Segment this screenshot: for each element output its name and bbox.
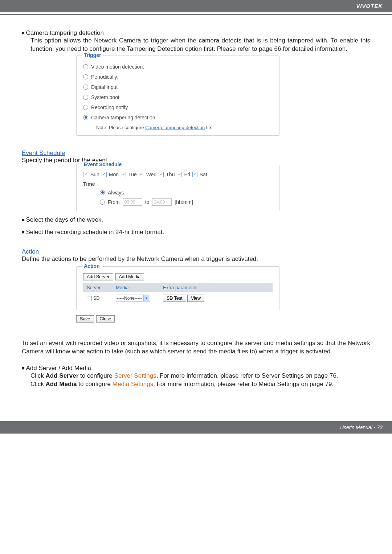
schedule-fieldset: Event Schedule ✓Sun ✓Mon ✓Tue ✓Wed ✓Thu … — [76, 165, 279, 211]
action-fieldset: Action Add Server Add Media Server Media… — [76, 266, 279, 310]
radio-icon — [100, 200, 105, 205]
media-select-value: -----None----- — [117, 296, 142, 301]
trigger-opt-label: Digital input — [91, 84, 118, 90]
close-button[interactable]: Close — [96, 315, 115, 323]
checkbox-tue[interactable]: ✓ — [121, 172, 126, 177]
to-word: to — [145, 199, 150, 205]
trigger-panel-wrap: Trigger Video motion detection: Periodic… — [76, 56, 279, 136]
schedule-heading: Event Schedule — [22, 149, 370, 157]
action-panel-wrap: Action Add Server Add Media Server Media… — [76, 266, 279, 310]
day-label: Sat — [200, 172, 207, 177]
trigger-opt-camera-tampering[interactable]: Camera tampering detection: — [83, 115, 273, 120]
add-server-button[interactable]: Add Server — [83, 273, 113, 280]
day-label: Sun — [90, 172, 99, 177]
config-paragraph: To set an event with recorded video or s… — [22, 339, 370, 356]
server-settings-link[interactable]: Server Settings — [114, 372, 156, 379]
trigger-opt-system-boot[interactable]: System boot — [83, 94, 273, 100]
page-footer: User's Manual - 73 — [0, 421, 392, 434]
checkbox-sat[interactable]: ✓ — [192, 172, 197, 177]
time-opt-always[interactable]: Always — [100, 190, 273, 196]
txt: to configure — [77, 381, 113, 387]
radio-icon — [83, 64, 88, 69]
trigger-opt-label: Camera tampering detection: — [91, 115, 157, 120]
trigger-note-prefix: Note: Please configure — [96, 125, 145, 130]
tamper-title: Camera tampering detection — [26, 29, 104, 36]
trigger-note-suffix: first — [205, 125, 214, 130]
day-label: Wed — [146, 172, 157, 177]
add-media-button[interactable]: Add Media — [115, 273, 144, 280]
radio-icon-selected — [83, 115, 88, 120]
schedule-legend: Event Schedule — [82, 161, 124, 167]
txt: . For more information, please refer to … — [156, 372, 338, 379]
trigger-fieldset: Trigger Video motion detection: Periodic… — [76, 56, 279, 136]
add-server-media-section: Add Server / Add Media Click Add Server … — [22, 365, 370, 389]
table-row: ✓ SD -----None----- ▾ SD Test View — [83, 292, 273, 305]
th-extra: Extra parameter — [159, 283, 273, 292]
checkbox-sun[interactable]: ✓ — [83, 172, 88, 177]
checkbox-mon[interactable]: ✓ — [102, 172, 107, 177]
checkbox-fri[interactable]: ✓ — [177, 172, 182, 177]
trigger-legend: Trigger — [82, 52, 103, 58]
sd-label: SD — [93, 295, 100, 301]
trigger-opt-label: Periodically: — [91, 74, 118, 80]
from-time-input[interactable] — [123, 198, 142, 206]
page-header: VIVOTEK — [0, 0, 392, 12]
add-media-line: Click Add Media to configure Media Setti… — [30, 380, 370, 389]
time-label: Time — [83, 181, 273, 187]
txt: Click — [30, 381, 46, 387]
add-server-line: Click Add Server to configure Server Set… — [30, 372, 370, 380]
radio-icon — [83, 74, 88, 79]
days-row: ✓Sun ✓Mon ✓Tue ✓Wed ✓Thu ✓Fri ✓Sat — [83, 172, 273, 177]
radio-icon — [83, 105, 88, 110]
radio-icon — [83, 85, 88, 90]
radio-icon-selected — [100, 190, 105, 195]
schedule-panel-wrap: Event Schedule ✓Sun ✓Mon ✓Tue ✓Wed ✓Thu … — [76, 165, 279, 211]
always-label: Always — [108, 190, 124, 196]
radio-icon — [83, 95, 88, 100]
brand-label: VIVOTEK — [356, 3, 383, 9]
checkbox-wed[interactable]: ✓ — [139, 172, 144, 177]
day-label: Fri — [184, 172, 190, 177]
section-tamper: Camera tampering detection This option a… — [22, 29, 370, 53]
save-close-row: Save Close — [76, 315, 370, 323]
from-label: From — [108, 199, 120, 205]
trigger-opt-label: Recording notify — [91, 104, 128, 110]
schedule-bullet-1: Select the days of the week. — [26, 216, 103, 223]
day-label: Mon — [109, 172, 119, 177]
view-button[interactable]: View — [187, 295, 204, 302]
chevron-down-icon: ▾ — [143, 295, 149, 301]
to-time-input[interactable] — [152, 198, 172, 206]
save-button[interactable]: Save — [76, 315, 94, 323]
media-select[interactable]: -----None----- ▾ — [116, 295, 150, 302]
camera-tampering-link[interactable]: Camera tampering detection — [145, 125, 205, 130]
th-server: Server — [83, 283, 112, 292]
action-legend: Action — [82, 263, 102, 269]
action-heading: Action — [22, 248, 370, 255]
add-media-bold: Add Media — [46, 381, 77, 387]
time-opt-from[interactable]: From to [hh:mm] — [100, 198, 273, 206]
action-table: Server Media Extra parameter ✓ SD ---- — [83, 283, 273, 305]
sd-test-button[interactable]: SD Test — [163, 295, 186, 302]
trigger-note: Note: Please configure Camera tampering … — [96, 125, 273, 130]
add-server-media-title: Add Server / Add Media — [26, 365, 91, 372]
schedule-bullets: Select the days of the week. — [22, 216, 370, 223]
add-server-bold: Add Server — [46, 372, 79, 379]
checkbox-thu[interactable]: ✓ — [159, 172, 164, 177]
trigger-opt-label: System boot — [91, 94, 119, 100]
tamper-body: This option allows the Network Camera to… — [30, 37, 370, 53]
txt: Click — [30, 372, 46, 379]
day-label: Thu — [166, 172, 175, 177]
th-media: Media — [112, 283, 159, 292]
trigger-opt-digital-input[interactable]: Digital input — [83, 84, 273, 90]
trigger-opt-video-motion[interactable]: Video motion detection: — [83, 64, 273, 70]
hhmm-hint: [hh:mm] — [175, 199, 193, 205]
schedule-bullets-2: Select the recording schedule in 24-hr t… — [22, 229, 370, 236]
trigger-opt-periodically[interactable]: Periodically: — [83, 74, 273, 80]
schedule-bullet-2: Select the recording schedule in 24-hr t… — [26, 229, 164, 235]
trigger-opt-recording-notify[interactable]: Recording notify — [83, 104, 273, 110]
txt: to configure — [78, 372, 114, 379]
sd-checkbox[interactable]: ✓ — [87, 296, 92, 301]
txt: . For more information, please refer to … — [153, 381, 334, 387]
media-settings-link[interactable]: Media Settings — [113, 381, 153, 387]
footer-text: User's Manual - 73 — [340, 424, 383, 430]
